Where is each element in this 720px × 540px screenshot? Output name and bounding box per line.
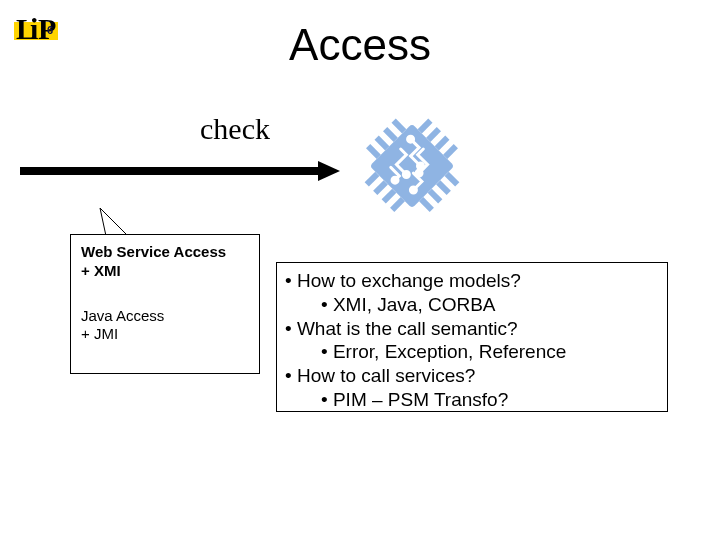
svg-rect-5 xyxy=(445,172,460,187)
q3a: • PIM – PSM Transfo? xyxy=(285,388,659,412)
access-methods-box: Web Service Access + XMI Java Access + J… xyxy=(70,234,260,374)
q2: • What is the call semantic? xyxy=(285,317,659,341)
svg-rect-11 xyxy=(435,136,450,151)
svg-rect-8 xyxy=(419,197,434,212)
slide-title: Access xyxy=(0,20,720,70)
arrow-shaft xyxy=(20,167,320,175)
svg-rect-9 xyxy=(418,119,433,134)
svg-rect-3 xyxy=(375,136,390,151)
q3: • How to call services? xyxy=(285,364,659,388)
svg-rect-10 xyxy=(426,127,441,142)
ws-line2: + XMI xyxy=(81,262,249,281)
svg-rect-13 xyxy=(365,172,380,187)
java-line1: Java Access xyxy=(81,307,249,326)
arrow-label: check xyxy=(200,112,270,146)
arrow xyxy=(20,162,340,180)
svg-point-19 xyxy=(415,169,423,177)
svg-rect-16 xyxy=(390,197,405,212)
questions-box: • How to exchange models? • XMI, Java, C… xyxy=(276,262,668,412)
svg-rect-7 xyxy=(428,189,443,204)
ws-line1: Web Service Access xyxy=(81,243,249,262)
q2a: • Error, Exception, Reference xyxy=(285,340,659,364)
svg-point-20 xyxy=(409,186,417,194)
svg-rect-12 xyxy=(443,144,458,159)
java-access-label: Java Access + JMI xyxy=(81,307,249,345)
arrow-head-icon xyxy=(318,161,340,181)
svg-point-22 xyxy=(406,135,414,143)
web-service-access-label: Web Service Access + XMI xyxy=(81,243,249,281)
svg-point-18 xyxy=(402,170,410,178)
svg-rect-2 xyxy=(383,127,398,142)
q1: • How to exchange models? xyxy=(285,269,659,293)
java-line2: + JMI xyxy=(81,325,249,344)
svg-rect-1 xyxy=(391,119,406,134)
svg-point-21 xyxy=(391,176,399,184)
svg-rect-4 xyxy=(366,144,381,159)
svg-rect-6 xyxy=(436,180,451,195)
chip-icon xyxy=(352,106,472,230)
q1a: • XMI, Java, CORBA xyxy=(285,293,659,317)
svg-rect-15 xyxy=(382,189,397,204)
svg-rect-14 xyxy=(373,180,388,195)
svg-marker-23 xyxy=(100,208,128,236)
